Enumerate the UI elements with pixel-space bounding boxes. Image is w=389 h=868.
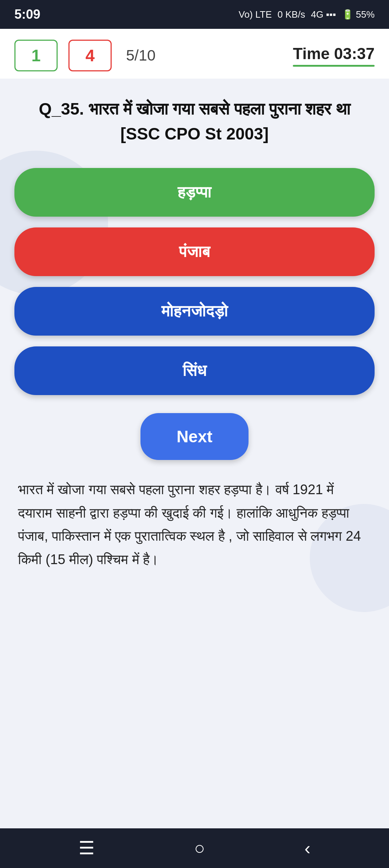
question-text: Q_35. भारत में खोजा गया सबसे पहला पुराना… [39,97,350,146]
battery-icon: 🔋 55% [342,9,375,20]
progress-text: 5/10 [126,47,156,64]
status-time: 5:09 [14,7,40,22]
home-icon[interactable]: ○ [194,838,205,859]
network-icon: 4G ▪▪▪ [311,9,336,20]
correct-score-box: 1 [14,40,58,71]
status-bar: 5:09 Vo) LTE 0 KB/s 4G ▪▪▪ 🔋 55% [0,0,389,29]
main-content: Q_35. भारत में खोजा गया सबसे पहला पुराना… [0,79,389,828]
status-icons: Vo) LTE 0 KB/s 4G ▪▪▪ 🔋 55% [239,9,375,20]
header: 1 4 5/10 Time 03:37 [0,29,389,79]
bottom-nav: ☰ ○ ‹ [0,828,389,868]
next-button[interactable]: Next [140,413,249,460]
wrong-score-box: 4 [68,40,112,71]
explanation-text: भारत में खोजा गया सबसे पहला पुराना शहर ह… [14,478,375,571]
option-button-mohenjodaro[interactable]: मोहनजोदड़ो [14,287,375,336]
signal-icon: Vo) LTE [239,9,272,20]
data-speed: 0 KB/s [278,9,305,20]
timer-underline [293,65,375,67]
menu-icon[interactable]: ☰ [79,838,95,859]
options-container: हड़प्पा पंजाब मोहनजोदड़ो सिंध [14,168,375,395]
option-button-punjab[interactable]: पंजाब [14,227,375,276]
timer-container: Time 03:37 [293,45,375,67]
back-icon[interactable]: ‹ [304,838,310,859]
option-button-sindh[interactable]: सिंध [14,346,375,395]
option-button-harappa[interactable]: हड़प्पा [14,168,375,217]
timer-label: Time 03:37 [293,45,375,63]
